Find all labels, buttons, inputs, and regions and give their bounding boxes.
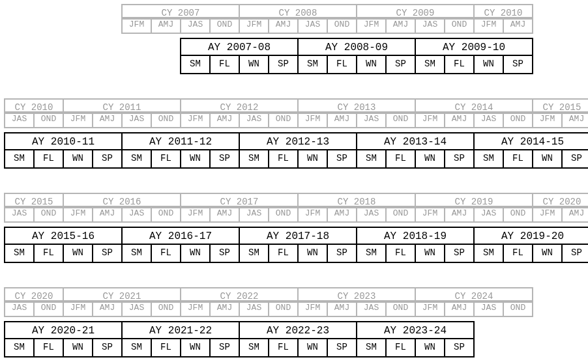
cy-month: JFM [297, 206, 328, 223]
ay-term: FL [385, 338, 416, 357]
cy-months-row: JFMAMJJASOND [415, 113, 533, 128]
ay-term: FL [327, 55, 357, 74]
cy-month: AMJ [561, 206, 588, 223]
cy-month: JAS [180, 17, 211, 34]
cy-month: AMJ [92, 206, 123, 223]
ay-term: SP [327, 149, 357, 169]
ay-terms-row: SMFLWNSP [415, 56, 533, 74]
cy-month: JFM [415, 300, 445, 317]
ay-term: FL [385, 244, 416, 263]
cy-months-row: JFMAMJ [473, 18, 533, 34]
ay-term: FL [151, 149, 181, 169]
cy-month: AMJ [209, 111, 240, 128]
ay-term: WN [473, 55, 504, 74]
cy-month: JFM [532, 206, 563, 223]
ay-term: SM [180, 55, 211, 74]
cy-month: JAS [473, 111, 504, 128]
cy-month: AMJ [327, 111, 357, 128]
ay-term: FL [385, 149, 416, 169]
cy-month: JAS [356, 300, 387, 317]
ay-term: FL [268, 338, 299, 357]
ay-term: WN [415, 149, 445, 169]
cy-months-row: JFMAMJJASOND [415, 301, 533, 317]
ay-term: FL [33, 244, 64, 263]
ay-term: SP [385, 55, 416, 74]
ay-terms-row: SMFLWNSP [356, 245, 475, 263]
cy-month: JAS [239, 111, 269, 128]
ay-terms-row: SMFLWNSP [121, 245, 240, 263]
ay-terms-row: SMFLWNSP [356, 150, 475, 169]
ay-term: SP [444, 149, 475, 169]
cy-month: JAS [415, 17, 445, 34]
cy-months-row: JASOND [4, 113, 64, 128]
cy-months-row: JFMAMJJASOND [63, 207, 181, 223]
cy-month: JAS [121, 111, 152, 128]
cy-month: JAS [473, 206, 504, 223]
ay-terms-row: SMFLWNSP [239, 245, 357, 263]
cy-months-row: JFMAMJJASOND [121, 18, 240, 34]
cy-month: OND [209, 17, 240, 34]
cy-months-row: JFMAMJJASOND [297, 207, 416, 223]
cy-month: JFM [415, 111, 445, 128]
cy-month: AMJ [327, 206, 357, 223]
cy-month: AMJ [327, 300, 357, 317]
cy-month: JFM [297, 111, 328, 128]
ay-term: SM [473, 244, 504, 263]
ay-term: WN [532, 244, 563, 263]
ay-term: SP [92, 244, 123, 263]
ay-term: WN [356, 55, 387, 74]
ay-term: SM [297, 55, 328, 74]
ay-term: WN [63, 338, 93, 357]
cy-month: AMJ [209, 206, 240, 223]
cy-months-row: JASOND [4, 301, 64, 317]
cy-months-row: JFMAMJ [532, 207, 588, 223]
timeline-band: CY 2020JASONDCY 2021JFMAMJJASONDCY 2022J… [4, 287, 584, 364]
ay-term: SM [4, 244, 35, 263]
cy-months-row: JFMAMJJASOND [239, 18, 357, 34]
cy-month: OND [268, 206, 299, 223]
ay-term: FL [209, 55, 240, 74]
ay-term: SM [239, 338, 269, 357]
cy-months-row: JFMAMJJASOND [63, 113, 181, 128]
ay-term: SP [268, 55, 299, 74]
ay-term: SP [92, 338, 123, 357]
ay-terms-row: SMFLWNSP [239, 150, 357, 169]
ay-term: FL [151, 244, 181, 263]
cy-month: AMJ [444, 206, 475, 223]
ay-terms-row: SMFLWNSP [239, 339, 357, 357]
ay-term: SP [209, 149, 240, 169]
timeline-band: CY 2015JASONDCY 2016JFMAMJJASONDCY 2017J… [4, 193, 584, 271]
ay-term: SM [121, 338, 152, 357]
ay-terms-row: SMFLWNSP [297, 56, 416, 74]
ay-terms-row: SMFLWNSP [121, 150, 240, 169]
ay-term: SM [356, 244, 387, 263]
ay-term: SP [444, 338, 475, 357]
ay-term: SM [4, 149, 35, 169]
ay-term: WN [532, 149, 563, 169]
cy-month: JFM [121, 17, 152, 34]
ay-terms-row: SMFLWNSP [180, 56, 299, 74]
ay-term: FL [268, 149, 299, 169]
cy-months-row: JFMAMJJASOND [297, 113, 416, 128]
ay-term: SM [239, 244, 269, 263]
cy-month: OND [33, 111, 64, 128]
ay-term: SM [473, 149, 504, 169]
cy-month: OND [327, 17, 357, 34]
ay-term: WN [239, 55, 269, 74]
ay-term: SM [415, 55, 445, 74]
cy-month: AMJ [503, 17, 533, 34]
ay-terms-row: SMFLWNSP [4, 245, 123, 263]
ay-term: SM [121, 244, 152, 263]
cy-months-row: JFMAMJJASOND [356, 18, 475, 34]
cy-month: JFM [239, 17, 269, 34]
ay-terms-row: SMFLWNSP [356, 339, 475, 357]
ay-term: SM [356, 338, 387, 357]
cy-month: OND [268, 111, 299, 128]
ay-term: SP [444, 244, 475, 263]
cy-month: JFM [473, 17, 504, 34]
cy-months-row: JASOND [4, 207, 64, 223]
ay-terms-row: SMFLWNSP [4, 339, 123, 357]
cy-month: OND [151, 206, 181, 223]
ay-term: WN [415, 338, 445, 357]
cy-month: OND [385, 206, 416, 223]
